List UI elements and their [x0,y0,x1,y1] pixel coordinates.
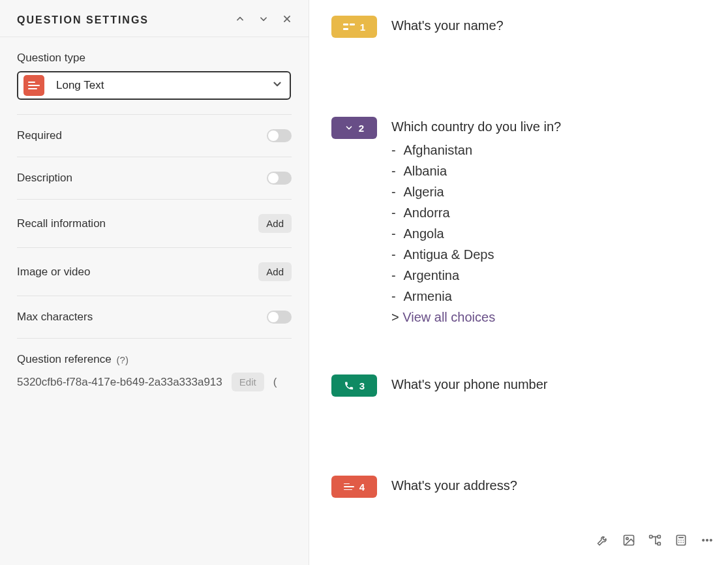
svg-rect-4 [343,28,348,30]
required-label: Required [17,129,62,142]
choice-item: - Albania [391,160,561,181]
question-type-select[interactable]: Long Text [17,71,291,100]
choice-list: - Afghanistan - Albania - Algeria - Ando… [391,140,561,328]
question-title: What's your name? [391,18,504,33]
chevron-down-icon [271,78,283,93]
choice-item: - Armenia [391,286,561,307]
question-list: 1 What's your name? 2 Which country do y… [309,0,728,565]
required-toggle[interactable] [267,129,292,142]
prev-question-icon[interactable] [235,14,245,26]
question-title: Which country do you live in? [391,119,561,134]
question-reference-tail: ( [273,376,277,389]
long-text-icon [344,483,354,490]
question-badge: 3 [331,374,377,397]
question-row[interactable]: 1 What's your name? [331,16,702,38]
question-number: 1 [360,22,365,33]
question-settings-panel: QUESTION SETTINGS Question type Long T [0,0,309,565]
dropdown-icon [344,123,354,132]
image-icon[interactable] [622,534,635,547]
svg-point-6 [626,538,628,540]
question-badge: 4 [331,476,377,498]
choice-item: - Algeria [391,181,561,202]
maxchars-label: Max characters [17,311,93,324]
choice-item: - Argentina [391,265,561,286]
question-number: 2 [359,123,364,134]
question-type-selected: Long Text [56,79,104,92]
more-icon[interactable] [701,534,714,547]
svg-point-18 [703,539,705,541]
wrench-icon[interactable] [596,534,609,547]
question-row[interactable]: 2 Which country do you live in? - Afghan… [331,117,702,328]
choice-item: - Angola [391,223,561,244]
choice-item: - Antigua & Deps [391,244,561,265]
svg-point-19 [706,539,708,541]
view-all-choices[interactable]: > View all choices [391,307,561,328]
svg-rect-3 [350,23,355,25]
description-toggle[interactable] [267,172,292,185]
question-number: 3 [359,380,365,391]
choice-item: - Afghanistan [391,140,561,160]
question-row[interactable]: 4 What's your address? [331,476,702,498]
short-text-icon [343,23,355,30]
question-badge: 1 [331,16,377,38]
choice-item: - Andorra [391,202,561,223]
recall-label: Recall information [17,217,106,230]
phone-icon [344,380,354,391]
question-number: 4 [359,481,365,493]
question-title: What's your phone number [391,377,548,392]
media-label: Image or video [17,266,90,279]
question-reference-help-icon[interactable]: (?) [117,354,129,365]
question-badge: 2 [331,117,377,139]
question-reference-edit-button[interactable]: Edit [232,373,264,391]
panel-title: QUESTION SETTINGS [17,14,149,26]
question-row[interactable]: 3 What's your phone number [331,374,702,397]
question-reference-value: 5320cfb6-f78a-417e-b649-2a33a333a913 [17,376,222,389]
question-title: What's your address? [391,478,517,493]
next-question-icon[interactable] [259,14,268,26]
calculator-icon[interactable] [675,534,688,547]
recall-add-button[interactable]: Add [258,214,292,233]
question-toolbar [596,534,714,547]
description-label: Description [17,172,72,185]
branch-icon[interactable] [648,534,661,547]
media-add-button[interactable]: Add [258,262,292,281]
maxchars-toggle[interactable] [267,311,292,324]
svg-point-20 [710,539,712,541]
view-all-choices-link[interactable]: View all choices [402,310,495,324]
close-panel-icon[interactable] [282,14,292,26]
question-type-label: Question type [17,52,292,65]
question-reference-label: Question reference [17,353,112,366]
long-text-icon [23,75,44,96]
svg-rect-2 [343,23,348,25]
